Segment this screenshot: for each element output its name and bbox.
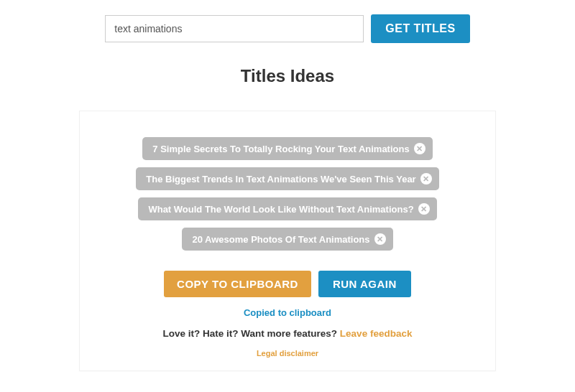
title-text: 20 Awesome Photos Of Text Animations: [192, 234, 369, 245]
page-title: Titles Ideas: [0, 66, 575, 86]
close-icon[interactable]: ✕: [414, 143, 426, 154]
title-text: The Biggest Trends In Text Animations We…: [146, 174, 415, 185]
close-icon[interactable]: ✕: [374, 233, 386, 245]
close-icon[interactable]: ✕: [418, 203, 430, 215]
close-icon[interactable]: ✕: [420, 173, 432, 185]
title-text: 7 Simple Secrets To Totally Rocking Your…: [152, 144, 409, 154]
results-list: 7 Simple Secrets To Totally Rocking Your…: [94, 137, 481, 251]
run-again-button[interactable]: RUN AGAIN: [318, 271, 411, 297]
copied-status: Copied to clipboard: [94, 307, 481, 318]
feedback-line: Love it? Hate it? Want more features? Le…: [94, 328, 481, 339]
keyword-input[interactable]: [105, 15, 364, 42]
leave-feedback-link[interactable]: Leave feedback: [340, 328, 413, 339]
feedback-prompt: Love it? Hate it? Want more features?: [163, 328, 340, 339]
title-pill: The Biggest Trends In Text Animations We…: [136, 167, 438, 190]
copy-to-clipboard-button[interactable]: COPY TO CLIPBOARD: [164, 271, 311, 297]
title-pill: What Would The World Look Like Without T…: [138, 197, 436, 220]
legal-disclaimer-link[interactable]: Legal disclaimer: [94, 349, 481, 358]
title-pill: 7 Simple Secrets To Totally Rocking Your…: [142, 137, 432, 160]
get-titles-button[interactable]: GET TITLES: [371, 14, 469, 43]
title-text: What Would The World Look Like Without T…: [148, 204, 413, 215]
title-pill: 20 Awesome Photos Of Text Animations ✕: [182, 228, 392, 251]
results-card: 7 Simple Secrets To Totally Rocking Your…: [79, 111, 496, 371]
